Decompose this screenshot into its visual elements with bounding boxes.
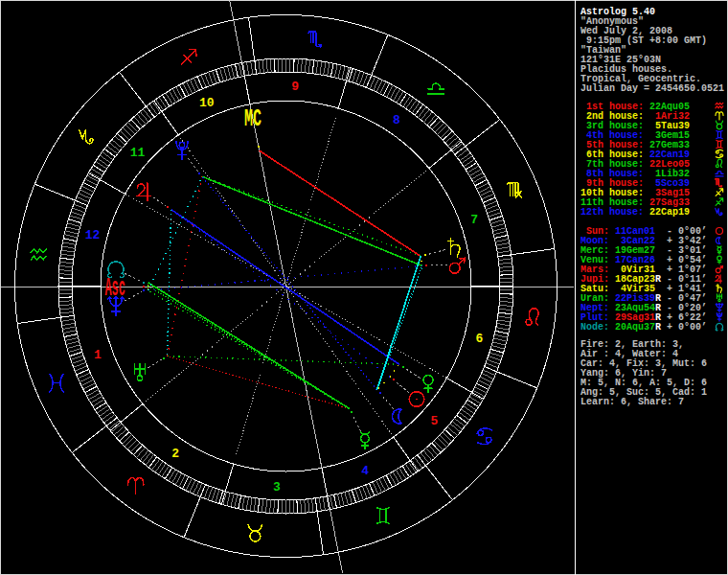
svg-text:11: 11: [130, 146, 146, 160]
svg-text:9: 9: [291, 80, 299, 94]
svg-text:5: 5: [431, 414, 439, 428]
svg-text:6: 6: [476, 332, 484, 346]
svg-text:10: 10: [199, 96, 215, 110]
svg-text:4: 4: [361, 464, 369, 478]
svg-text:3: 3: [273, 480, 281, 494]
svg-text:7: 7: [470, 213, 478, 227]
svg-text:2: 2: [171, 447, 179, 461]
svg-text:1: 1: [94, 348, 102, 362]
svg-text:8: 8: [393, 113, 400, 127]
svg-text:Asc: Asc: [105, 274, 125, 303]
svg-text:12: 12: [85, 228, 101, 242]
svg-text:MC: MC: [244, 105, 262, 132]
